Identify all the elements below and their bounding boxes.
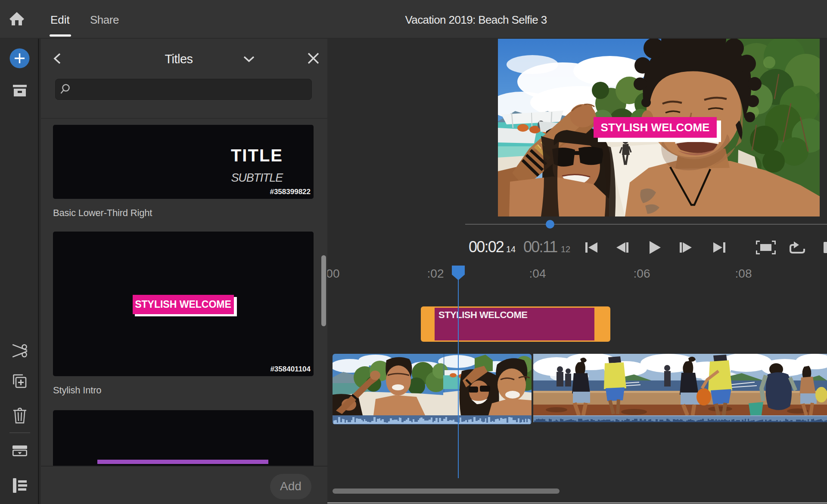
svg-text:STYLISH WELCOME: STYLISH WELCOME — [601, 121, 710, 134]
